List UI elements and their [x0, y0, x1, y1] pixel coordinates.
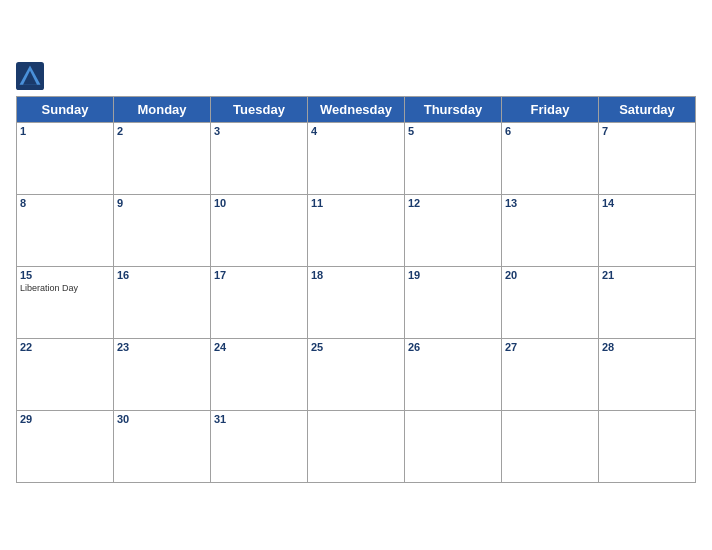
calendar-header — [16, 62, 696, 90]
calendar-cell: 30 — [114, 410, 211, 482]
day-number: 7 — [602, 125, 692, 137]
day-number: 27 — [505, 341, 595, 353]
calendar-cell: 21 — [599, 266, 696, 338]
calendar-cell: 12 — [405, 194, 502, 266]
day-number: 10 — [214, 197, 304, 209]
calendar-cell: 13 — [502, 194, 599, 266]
calendar-cell: 20 — [502, 266, 599, 338]
calendar-cell: 31 — [211, 410, 308, 482]
calendar-cell: 26 — [405, 338, 502, 410]
week-row-4: 22232425262728 — [17, 338, 696, 410]
calendar-cell: 10 — [211, 194, 308, 266]
day-number: 23 — [117, 341, 207, 353]
calendar-cell: 29 — [17, 410, 114, 482]
day-number: 5 — [408, 125, 498, 137]
calendar-cell: 7 — [599, 122, 696, 194]
day-number: 3 — [214, 125, 304, 137]
holiday-label: Liberation Day — [20, 283, 110, 294]
calendar-cell: 22 — [17, 338, 114, 410]
calendar-cell: 2 — [114, 122, 211, 194]
calendar-cell: 23 — [114, 338, 211, 410]
calendar-cell: 6 — [502, 122, 599, 194]
weekday-header-monday: Monday — [114, 96, 211, 122]
weekday-header-sunday: Sunday — [17, 96, 114, 122]
day-number: 11 — [311, 197, 401, 209]
calendar-cell: 24 — [211, 338, 308, 410]
calendar-cell: 19 — [405, 266, 502, 338]
calendar-cell: 16 — [114, 266, 211, 338]
generalblue-logo-icon — [16, 62, 44, 90]
day-number: 29 — [20, 413, 110, 425]
weekday-header-saturday: Saturday — [599, 96, 696, 122]
day-number: 16 — [117, 269, 207, 281]
weekday-header-wednesday: Wednesday — [308, 96, 405, 122]
day-number: 18 — [311, 269, 401, 281]
day-number: 24 — [214, 341, 304, 353]
calendar-cell: 17 — [211, 266, 308, 338]
calendar-cell — [599, 410, 696, 482]
day-number: 4 — [311, 125, 401, 137]
week-row-1: 1234567 — [17, 122, 696, 194]
day-number: 20 — [505, 269, 595, 281]
calendar-cell: 4 — [308, 122, 405, 194]
calendar-container: SundayMondayTuesdayWednesdayThursdayFrid… — [0, 52, 712, 499]
day-number: 13 — [505, 197, 595, 209]
calendar-cell: 25 — [308, 338, 405, 410]
weekday-header-row: SundayMondayTuesdayWednesdayThursdayFrid… — [17, 96, 696, 122]
day-number: 12 — [408, 197, 498, 209]
calendar-cell: 8 — [17, 194, 114, 266]
day-number: 2 — [117, 125, 207, 137]
day-number: 26 — [408, 341, 498, 353]
day-number: 22 — [20, 341, 110, 353]
day-number: 21 — [602, 269, 692, 281]
week-row-5: 293031 — [17, 410, 696, 482]
calendar-cell: 28 — [599, 338, 696, 410]
calendar-cell: 18 — [308, 266, 405, 338]
day-number: 14 — [602, 197, 692, 209]
day-number: 1 — [20, 125, 110, 137]
calendar-cell: 27 — [502, 338, 599, 410]
day-number: 30 — [117, 413, 207, 425]
calendar-cell: 1 — [17, 122, 114, 194]
week-row-3: 15Liberation Day161718192021 — [17, 266, 696, 338]
day-number: 6 — [505, 125, 595, 137]
weekday-header-friday: Friday — [502, 96, 599, 122]
calendar-cell: 5 — [405, 122, 502, 194]
weekday-header-tuesday: Tuesday — [211, 96, 308, 122]
calendar-table: SundayMondayTuesdayWednesdayThursdayFrid… — [16, 96, 696, 483]
day-number: 8 — [20, 197, 110, 209]
day-number: 19 — [408, 269, 498, 281]
weekday-header-thursday: Thursday — [405, 96, 502, 122]
calendar-cell — [405, 410, 502, 482]
day-number: 15 — [20, 269, 110, 281]
week-row-2: 891011121314 — [17, 194, 696, 266]
day-number: 28 — [602, 341, 692, 353]
day-number: 9 — [117, 197, 207, 209]
calendar-cell: 9 — [114, 194, 211, 266]
day-number: 31 — [214, 413, 304, 425]
calendar-cell: 14 — [599, 194, 696, 266]
calendar-cell: 15Liberation Day — [17, 266, 114, 338]
calendar-cell — [502, 410, 599, 482]
day-number: 25 — [311, 341, 401, 353]
day-number: 17 — [214, 269, 304, 281]
calendar-cell: 3 — [211, 122, 308, 194]
calendar-cell — [308, 410, 405, 482]
calendar-cell: 11 — [308, 194, 405, 266]
logo-area — [16, 62, 48, 90]
